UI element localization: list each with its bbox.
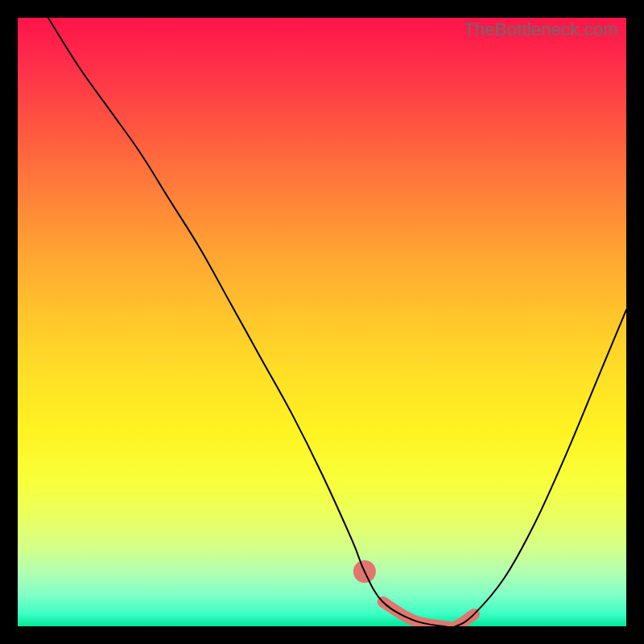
chart-stage: TheBottleneck.com (0, 0, 644, 644)
gradient-plot-area: TheBottleneck.com (18, 18, 626, 626)
curve-layer (18, 18, 626, 626)
bottleneck-curve (48, 18, 626, 626)
valley-highlight (383, 602, 474, 626)
